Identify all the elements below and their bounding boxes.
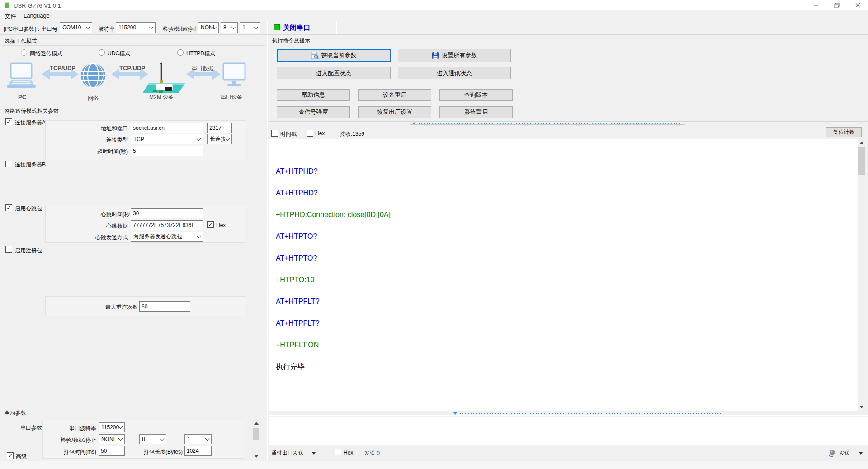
system-reboot-label: 系统重启 [464, 108, 488, 116]
group-divider [2, 417, 265, 417]
menu-file[interactable]: 文件 [5, 12, 16, 20]
global-stopbits-select[interactable]: 1 [184, 434, 212, 444]
minimize-button[interactable] [806, 0, 826, 10]
global-params-group-title: 全局参数 [5, 409, 26, 417]
toolbar-separator [336, 21, 337, 34]
query-signal-button[interactable]: 查信号强度 [277, 106, 350, 118]
scroll-down-icon[interactable] [858, 403, 865, 411]
splitter-down-icon[interactable] [453, 412, 457, 415]
scrollbar-thumb[interactable] [858, 147, 865, 175]
global-parity-select[interactable]: NONE [99, 434, 125, 444]
reset-count-button[interactable]: 复位计数 [826, 127, 862, 137]
databits-select[interactable]: 8 [221, 22, 238, 33]
heartbeat-checkbox[interactable] [5, 204, 12, 211]
close-serial-button[interactable]: 关闭串口 [283, 24, 310, 32]
link-network-m2m-label: TCP/UDP [119, 65, 145, 71]
section-divider [0, 407, 267, 407]
parity-value: NONI [201, 24, 214, 31]
menu-language[interactable]: Language [24, 12, 50, 19]
port-input[interactable]: 2317 [207, 123, 232, 133]
splitter-collapse-control[interactable] [451, 412, 726, 415]
hb-mode-value: 向服务器发送心跳包 [133, 233, 182, 241]
radio-udc-label: UDC模式 [108, 50, 130, 57]
chevron-down-icon [231, 25, 236, 29]
window-title: USR-G776 V1.0.1 [14, 2, 61, 9]
search-doc-icon [311, 52, 319, 59]
server-a-checkbox[interactable] [5, 118, 12, 125]
node-pc-label: PC [18, 94, 26, 100]
scrollbar-thumb[interactable] [253, 428, 259, 440]
get-params-label: 获取当前参数 [321, 52, 357, 60]
hb-hex-checkbox[interactable] [207, 221, 214, 228]
pc-laptop-icon [7, 63, 36, 88]
scroll-up-icon[interactable] [858, 139, 865, 147]
global-scrollbar[interactable] [252, 419, 260, 460]
hb-time-input[interactable]: 30 [131, 208, 203, 218]
get-params-button[interactable]: 获取当前参数 [277, 49, 391, 62]
help-button[interactable]: 帮助信息 [277, 89, 350, 101]
advanced-checkbox[interactable] [7, 452, 14, 459]
chevron-down-icon [118, 436, 123, 441]
pack-len-label: 打包长度(Bytes) [139, 448, 183, 456]
reboot-device-button[interactable]: 设备重启 [358, 89, 431, 101]
toolbar-bottom-line [0, 34, 868, 35]
bottom-splitter[interactable] [269, 412, 868, 416]
hb-data-input[interactable]: 7777772E7573722E636E [131, 220, 203, 230]
radio-net-passthrough-mode[interactable] [21, 49, 27, 56]
com-port-select[interactable]: COM10 [60, 22, 92, 33]
terminal-output[interactable]: AT+HTPHD?AT+HTPHD?+HTPHD:Connection: clo… [269, 139, 858, 411]
chevron-down-icon[interactable] [312, 452, 316, 455]
server-b-checkbox[interactable] [5, 161, 12, 167]
conn-type-select[interactable]: TCP [131, 134, 203, 144]
timestamp-checkbox[interactable] [271, 130, 278, 137]
radio-udc-mode[interactable] [99, 49, 105, 56]
timeout-input[interactable]: 5 [131, 146, 203, 156]
set-params-button[interactable]: 设置所有参数 [398, 49, 511, 62]
send-input-area[interactable] [269, 417, 868, 445]
restore-button[interactable] [826, 0, 847, 10]
conn-keep-select[interactable]: 长连接 [207, 134, 232, 144]
send-hex-checkbox[interactable] [335, 449, 341, 455]
global-baud-select[interactable]: 115200 [99, 422, 125, 432]
top-splitter[interactable] [269, 121, 868, 125]
splitter-up-icon[interactable] [412, 122, 416, 124]
terminal-scrollbar[interactable] [858, 139, 865, 411]
hb-mode-select[interactable]: 向服务器发送心跳包 [131, 232, 203, 242]
splitter-collapse-control[interactable] [410, 122, 685, 125]
app-window: USR-G776 V1.0.1 文件 Language [PC串口参数]：串口号… [0, 0, 868, 469]
chevron-down-icon[interactable] [859, 452, 863, 455]
close-button[interactable] [847, 0, 868, 10]
register-label: 启用注册包 [15, 247, 42, 255]
recv-hex-checkbox[interactable] [307, 130, 313, 137]
timestamp-label: 时间戳 [280, 130, 297, 138]
system-reboot-button[interactable]: 系统重启 [439, 106, 513, 118]
enter-config-button[interactable]: 进入配置状态 [277, 67, 391, 79]
com-port-value: COM10 [62, 24, 81, 31]
radio-httpd-mode[interactable] [177, 49, 184, 56]
send-via-serial-dropdown[interactable]: 通过串口发送 [271, 450, 304, 457]
address-input[interactable]: socket.usr.cn [131, 123, 203, 133]
enter-comm-button[interactable]: 进入通讯状态 [398, 67, 511, 79]
restore-icon [834, 3, 840, 8]
reconnect-input[interactable]: 60 [139, 301, 190, 312]
stopbits-select[interactable]: 1 [240, 22, 260, 33]
pack-len-value: 1024 [187, 448, 199, 454]
register-checkbox[interactable] [5, 246, 12, 253]
parity-select[interactable]: NONI [198, 22, 219, 33]
baud-select[interactable]: 115200 [116, 22, 156, 33]
splitter-dots [460, 413, 723, 414]
group-divider [2, 115, 265, 115]
sent-count: 发送:0 [364, 450, 380, 457]
scroll-up-icon[interactable] [252, 419, 260, 427]
global-stopbits-value: 1 [187, 436, 190, 442]
scroll-down-icon[interactable] [252, 452, 260, 460]
global-databits-select[interactable]: 8 [139, 434, 166, 444]
hb-hex-label: Hex [216, 222, 226, 228]
terminal-line: +HTPFLT:ON [276, 341, 858, 349]
node-m2m-label: M2M 设备 [149, 94, 174, 101]
query-version-button[interactable]: 查询版本 [439, 89, 513, 101]
factory-reset-button[interactable]: 恢复出厂设置 [358, 106, 431, 118]
pack-time-input[interactable]: 50 [99, 446, 125, 456]
pack-len-input[interactable]: 1024 [184, 446, 212, 456]
send-button[interactable]: 发送 [839, 450, 850, 457]
